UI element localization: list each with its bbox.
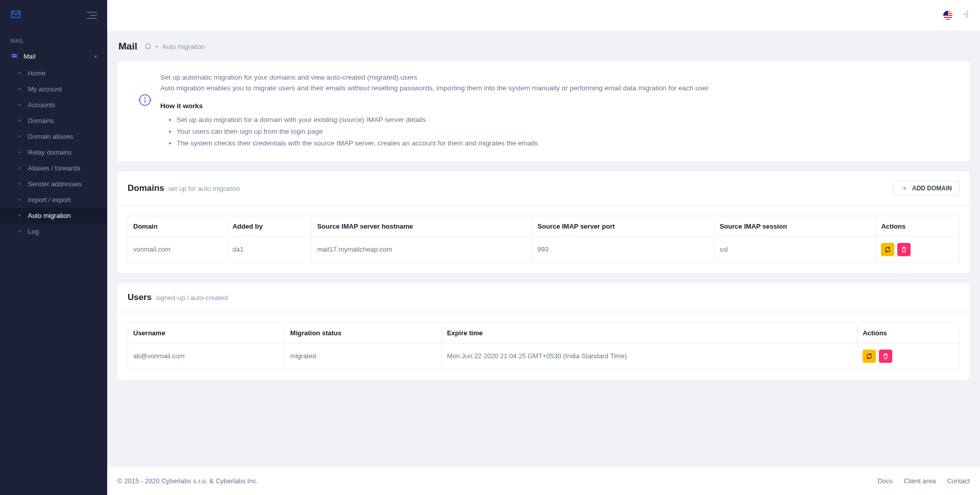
cell-addedby: da1 xyxy=(227,236,312,262)
logout-icon[interactable] xyxy=(961,10,970,21)
delete-button[interactable] xyxy=(879,350,892,363)
footer-link-contact[interactable]: Contact xyxy=(947,477,970,485)
intro-bullet: The system checks their credentials with… xyxy=(177,138,709,149)
plus-icon xyxy=(901,185,908,192)
col-actions: Actions xyxy=(876,216,960,236)
col-addedby: Added by xyxy=(227,216,312,236)
info-icon xyxy=(138,93,152,107)
page-title: Mail xyxy=(118,41,137,52)
table-row: ab@vonmail.com migrated Mon Jun 22 2020 … xyxy=(128,343,960,369)
logo-mail-icon xyxy=(10,9,21,22)
sidebar-subitem-log[interactable]: Log xyxy=(0,224,107,239)
cell-status: migrated xyxy=(285,343,442,369)
users-card: Users signed-up / auto-created Username … xyxy=(117,283,970,380)
col-domain: Domain xyxy=(128,216,227,236)
cell-session: ssl xyxy=(714,236,876,262)
svg-rect-2 xyxy=(12,56,17,58)
sidebar-subitem-sender-addresses[interactable]: Sender addresses xyxy=(0,176,107,192)
intro-line2: Auto migration enables you to migrate us… xyxy=(160,83,709,94)
col-expire: Expire time xyxy=(442,323,857,343)
chevron-down-icon: ▾ xyxy=(94,54,97,59)
col-session: Source IMAP session xyxy=(714,216,876,236)
sidebar-subitem-domain-aliases[interactable]: Domain aliases xyxy=(0,129,107,144)
footer-link-clientarea[interactable]: Client area xyxy=(904,477,936,485)
home-icon[interactable] xyxy=(144,42,152,51)
sidebar-item-label: Mail xyxy=(23,53,36,60)
sidebar-subitem-domains[interactable]: Domains xyxy=(0,113,107,129)
domains-card: Domains set up for auto migration ADD DO… xyxy=(117,171,970,273)
breadcrumb-sep: • xyxy=(156,43,158,51)
add-domain-button[interactable]: ADD DOMAIN xyxy=(893,181,960,196)
breadcrumb-current: Auto migration xyxy=(162,43,205,51)
cell-username: ab@vonmail.com xyxy=(128,343,285,369)
hamburger-icon[interactable] xyxy=(87,12,97,19)
sidebar-subitem-auto-migration[interactable]: Auto migration xyxy=(0,208,107,224)
users-title: Users xyxy=(128,292,152,303)
col-actions: Actions xyxy=(857,323,960,343)
domains-table: Domain Added by Source IMAP server hostn… xyxy=(128,216,960,263)
cell-host: mail17.mymailcheap.com xyxy=(312,236,532,262)
domains-title: Domains xyxy=(128,183,164,193)
col-host: Source IMAP server hostname xyxy=(312,216,532,236)
delete-button[interactable] xyxy=(897,243,911,256)
col-username: Username xyxy=(128,323,285,343)
intro-how-title: How it works xyxy=(160,101,709,112)
flag-us-icon[interactable] xyxy=(943,11,952,20)
footer-copy: © 2015 - 2020 Cyberlabs s.r.o. & Cyberla… xyxy=(117,477,258,485)
sidebar-subitem-relay-domains[interactable]: Relay domains xyxy=(0,144,107,160)
refresh-button[interactable] xyxy=(881,243,894,256)
table-row: vonmail.com da1 mail17.mymailcheap.com 9… xyxy=(128,236,960,262)
sidebar: MAIL Mail ▾ Home My account Accounts Dom… xyxy=(0,0,107,495)
users-subtitle: signed-up / auto-created xyxy=(156,294,228,302)
mail-icon xyxy=(10,52,18,60)
sidebar-subitem-aliases-forwards[interactable]: Aliases / forwards xyxy=(0,160,107,176)
sidebar-item-mail[interactable]: Mail ▾ xyxy=(0,47,107,65)
col-port: Source IMAP server port xyxy=(532,216,715,236)
refresh-button[interactable] xyxy=(863,350,876,363)
sidebar-subitem-home[interactable]: Home xyxy=(0,65,107,81)
intro-card: Set up automatic migration for your doma… xyxy=(117,61,970,161)
footer: © 2015 - 2020 Cyberlabs s.r.o. & Cyberla… xyxy=(107,466,980,495)
intro-bullet: Set up auto migration for a domain with … xyxy=(177,115,709,126)
intro-line1: Set up automatic migration for your doma… xyxy=(160,72,709,83)
domains-subtitle: set up for auto migration xyxy=(168,185,240,192)
sidebar-subitem-accounts[interactable]: Accounts xyxy=(0,97,107,113)
footer-link-docs[interactable]: Docs xyxy=(877,477,893,485)
col-status: Migration status xyxy=(285,323,442,343)
cell-domain: vonmail.com xyxy=(128,236,227,262)
sidebar-subitem-myaccount[interactable]: My account xyxy=(0,81,107,97)
intro-bullet: Your users can then sign up from the log… xyxy=(177,127,709,137)
svg-rect-1 xyxy=(12,54,17,56)
sidebar-section-title: MAIL xyxy=(0,31,107,47)
top-header xyxy=(107,0,980,31)
cell-port: 993 xyxy=(532,236,715,262)
sidebar-subitem-import-export[interactable]: Import / export xyxy=(0,192,107,208)
cell-expire: Mon Jun 22 2020 21:04:25 GMT+0530 (India… xyxy=(442,343,857,369)
svg-point-4 xyxy=(144,97,145,98)
users-table: Username Migration status Expire time Ac… xyxy=(128,323,960,369)
sidebar-sublist: Home My account Accounts Domains Domain … xyxy=(0,65,107,239)
